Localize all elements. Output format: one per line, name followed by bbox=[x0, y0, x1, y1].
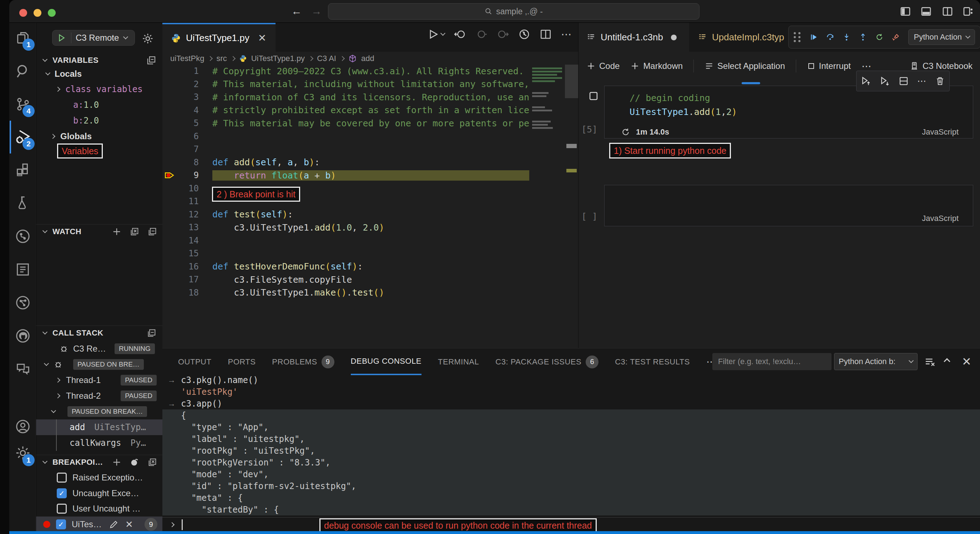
console-line[interactable]: "label" : "uitestpkg", bbox=[162, 433, 980, 445]
tab-updateimpl[interactable]: UpdateImpl.c3typ bbox=[690, 23, 797, 52]
remove-all-breakpoints-icon[interactable] bbox=[147, 457, 158, 467]
code-text[interactable]: c3.UiTestType1.add(1.0, 2.0) bbox=[212, 222, 529, 233]
editor-line[interactable]: 12def test(self): bbox=[162, 208, 529, 221]
breadcrumb-item[interactable]: C3 AI bbox=[317, 54, 336, 63]
extensions-icon[interactable] bbox=[14, 162, 31, 178]
code-text[interactable]: # strictly prohibited except as set fort… bbox=[212, 105, 529, 115]
toggle-sidebar-icon[interactable] bbox=[899, 6, 912, 17]
breadcrumb-item[interactable]: uiTestPkg bbox=[170, 54, 204, 63]
cell-more-icon[interactable]: ⋯ bbox=[917, 76, 926, 87]
collapse-callstack-icon[interactable] bbox=[147, 328, 157, 338]
cell-code-line[interactable]: // begin coding bbox=[630, 91, 737, 105]
minimap[interactable] bbox=[529, 65, 565, 348]
timeline-icon[interactable] bbox=[518, 28, 530, 40]
thread-row[interactable]: PAUSED ON BREAK… bbox=[36, 404, 162, 419]
search-view-icon[interactable] bbox=[14, 63, 31, 79]
variable-b[interactable]: b: 2.0 bbox=[73, 113, 99, 129]
editor-line[interactable]: 17 c3.FileSystem.copyFile bbox=[162, 273, 529, 286]
disconnect-icon[interactable] bbox=[892, 31, 900, 43]
dirty-dot-icon[interactable] bbox=[671, 35, 677, 40]
close-panel-icon[interactable]: ✕ bbox=[962, 355, 971, 368]
stack-frame-row[interactable]: callKwargs Py… bbox=[36, 435, 162, 451]
console-line[interactable]: "mode" : "dev", bbox=[162, 468, 980, 480]
remove-watch-icon[interactable] bbox=[130, 227, 140, 237]
editor-line[interactable]: 9 return float(a + b) bbox=[162, 169, 529, 182]
remove-breakpoint-icon[interactable]: ✕ bbox=[125, 519, 133, 530]
add-watch-icon[interactable] bbox=[112, 227, 122, 237]
editor-line[interactable]: 13 c3.UiTestType1.add(1.0, 2.0) bbox=[162, 221, 529, 234]
start-debug-icon[interactable] bbox=[56, 33, 67, 43]
interrupt-button[interactable]: Interrupt bbox=[807, 61, 851, 71]
breadcrumb-item[interactable]: src bbox=[216, 54, 227, 63]
close-window-button[interactable] bbox=[19, 9, 27, 17]
code-text[interactable]: def testHoverDemoFunc(self): bbox=[212, 261, 529, 272]
close-tab-icon[interactable]: ✕ bbox=[258, 32, 266, 44]
execute-above-icon[interactable] bbox=[861, 76, 871, 86]
checkbox-checked[interactable]: ✓ bbox=[57, 488, 67, 498]
checkbox-unchecked[interactable] bbox=[57, 473, 67, 483]
maximize-window-button[interactable] bbox=[48, 9, 56, 17]
launch-config-label[interactable]: C3 Remote bbox=[76, 33, 119, 43]
breakpoint-row[interactable]: ✓ Uncaught Exce… bbox=[36, 485, 162, 501]
execute-below-icon[interactable] bbox=[879, 76, 890, 86]
history-forward-icon[interactable]: → bbox=[311, 5, 322, 17]
restart-icon[interactable] bbox=[875, 31, 883, 43]
breakpoint-row-selected[interactable]: ✓ UiTes… ✕ 9 bbox=[36, 516, 162, 532]
kernel-picker-button[interactable]: C3 Notebook bbox=[910, 61, 972, 71]
checkbox-checked[interactable]: ✓ bbox=[56, 520, 66, 529]
console-session-dropdown[interactable]: Python Action b: bbox=[834, 353, 918, 370]
code-text[interactable]: # This material, including without limit… bbox=[212, 79, 529, 89]
cell-code-line[interactable]: UiTestType1.add(1,2) bbox=[630, 105, 737, 119]
editor-scrollbar[interactable] bbox=[565, 65, 578, 348]
editor-line[interactable]: 15 bbox=[162, 247, 529, 260]
variable-a[interactable]: a: 1.0 bbox=[73, 97, 99, 113]
split-cell-icon[interactable] bbox=[898, 76, 909, 86]
debug-session-dropdown[interactable]: Python Action bbox=[908, 29, 975, 45]
editor-line[interactable]: 5# This material may be covered by one o… bbox=[162, 117, 529, 130]
code-cell[interactable]: // begin coding UiTestType1.add(1,2) 1m … bbox=[604, 86, 973, 139]
console-line[interactable]: "rootPkg" : "uiTestPkg", bbox=[162, 445, 980, 456]
continue-icon[interactable] bbox=[810, 31, 818, 43]
tab-ports[interactable]: PORTS bbox=[228, 348, 256, 375]
editor-line[interactable]: 14 bbox=[162, 234, 529, 247]
clear-console-icon[interactable] bbox=[924, 356, 936, 368]
breakpoint-row[interactable]: User Uncaught … bbox=[36, 501, 162, 516]
debug-launch-button[interactable]: C3 Remote bbox=[52, 30, 135, 46]
breadcrumb[interactable]: uiTestPkg src UiTestType1.py C3 AI add bbox=[162, 52, 578, 65]
history-back-icon[interactable]: ← bbox=[291, 5, 302, 17]
comments-icon[interactable] bbox=[14, 361, 31, 377]
gitlens-icon[interactable] bbox=[14, 228, 31, 244]
delete-cell-icon[interactable] bbox=[935, 76, 945, 86]
notebook-more-icon[interactable]: ⋯ bbox=[862, 60, 872, 72]
editor-line[interactable]: 8def add(self, a, b): bbox=[162, 156, 529, 169]
callstack-session-row[interactable]: PAUSED ON BRE… bbox=[36, 357, 162, 372]
code-text[interactable]: def test(self): bbox=[212, 209, 529, 220]
code-text[interactable]: # information of C3 and its licensors. R… bbox=[212, 92, 529, 102]
current-line-breakpoint-icon[interactable] bbox=[162, 170, 178, 181]
code-text[interactable]: c3.FileSystem.copyFile bbox=[212, 274, 529, 285]
tab-output[interactable]: OUTPUT bbox=[178, 348, 211, 375]
callstack-session-row[interactable]: C3 Re… RUNNING bbox=[36, 341, 162, 357]
cell-language[interactable]: JavaScript bbox=[922, 128, 959, 137]
console-line[interactable]: "type" : "App", bbox=[162, 421, 980, 433]
editor-line[interactable]: 4# strictly prohibited except as set for… bbox=[162, 104, 529, 117]
tab-c3-package-issues[interactable]: C3: PACKAGE ISSUES6 bbox=[495, 348, 598, 375]
code-text[interactable]: # This material may be covered by one or… bbox=[212, 118, 529, 129]
step-back-icon[interactable] bbox=[454, 28, 466, 40]
edit-pencil-icon[interactable] bbox=[109, 520, 119, 529]
console-line[interactable]: "startedBy" : { bbox=[162, 504, 980, 515]
cell-language[interactable]: JavaScript bbox=[922, 214, 959, 223]
tab-problems[interactable]: PROBLEMS9 bbox=[272, 348, 334, 375]
breadcrumb-item[interactable]: UiTestType1.py bbox=[251, 54, 305, 63]
step-out-icon[interactable] bbox=[859, 31, 867, 43]
command-center-search[interactable]: sample ,.@ - bbox=[328, 3, 700, 20]
globals-group[interactable]: Globals bbox=[51, 129, 92, 144]
share-graph-icon[interactable] bbox=[14, 295, 31, 311]
toggle-panel-icon[interactable] bbox=[920, 6, 932, 17]
split-editor-icon[interactable] bbox=[539, 28, 552, 40]
editor-line[interactable]: 7 bbox=[162, 143, 529, 156]
add-breakpoint-icon[interactable] bbox=[112, 457, 122, 467]
tab-untitled-c3nb[interactable]: Untitled-1.c3nb bbox=[579, 23, 689, 52]
add-markdown-cell-button[interactable]: Markdown bbox=[630, 61, 683, 71]
console-line[interactable]: { bbox=[162, 410, 980, 421]
